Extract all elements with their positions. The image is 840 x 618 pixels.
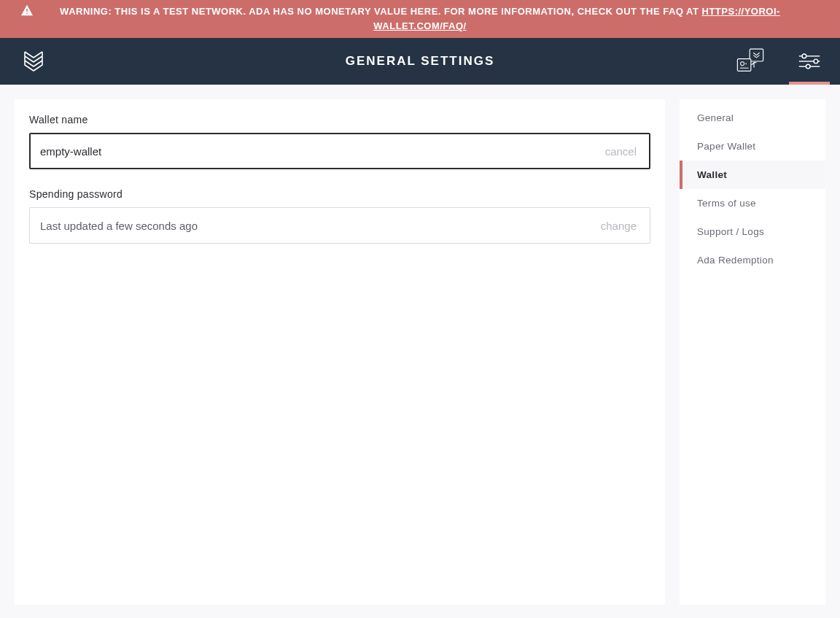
svg-point-7 — [802, 54, 806, 58]
svg-rect-1 — [26, 13, 27, 14]
svg-point-11 — [806, 65, 810, 69]
wallet-transfer-button[interactable] — [729, 38, 771, 85]
top-navigation: GENERAL SETTINGS — [0, 38, 840, 85]
settings-button[interactable] — [792, 38, 827, 85]
spending-password-status: Last updated a few seconds ago — [40, 220, 198, 232]
svg-point-9 — [814, 59, 818, 63]
page-title: GENERAL SETTINGS — [346, 54, 495, 69]
sidebar-item-ada-redemption[interactable]: Ada Redemption — [680, 246, 825, 274]
spending-password-group: Spending password Last updated a few sec… — [29, 188, 650, 244]
logo-button[interactable] — [18, 38, 50, 85]
settings-main-panel: Wallet name cancel Spending password Las… — [15, 99, 665, 605]
svg-rect-3 — [737, 59, 750, 72]
sidebar-item-wallet[interactable]: Wallet — [680, 161, 825, 189]
sidebar-item-terms-of-use[interactable]: Terms of use — [680, 189, 825, 217]
spending-password-field-box: Last updated a few seconds ago change — [29, 207, 650, 244]
wallet-name-field-box: cancel — [29, 133, 650, 169]
spending-password-change-link[interactable]: change — [601, 220, 637, 232]
wallet-name-cancel-link[interactable]: cancel — [605, 145, 637, 158]
settings-side-panel: General Paper Wallet Wallet Terms of use… — [680, 99, 825, 605]
sidebar-item-general[interactable]: General — [680, 104, 825, 132]
settings-sliders-icon — [798, 52, 821, 71]
warning-banner: WARNING: THIS IS A TEST NETWORK. ADA HAS… — [0, 0, 840, 38]
wallet-transfer-icon — [735, 47, 766, 75]
svg-rect-0 — [26, 9, 27, 12]
warning-icon — [20, 4, 34, 20]
warning-text: WARNING: THIS IS A TEST NETWORK. ADA HAS… — [60, 6, 701, 17]
wallet-name-label: Wallet name — [29, 114, 650, 125]
wallet-name-group: Wallet name cancel — [29, 114, 650, 169]
yoroi-logo-icon — [23, 49, 44, 74]
svg-point-5 — [745, 63, 747, 65]
settings-nav-list: General Paper Wallet Wallet Terms of use… — [680, 104, 825, 274]
sidebar-item-support-logs[interactable]: Support / Logs — [680, 217, 825, 246]
spending-password-label: Spending password — [29, 188, 650, 200]
wallet-name-input[interactable] — [40, 145, 605, 158]
sidebar-item-paper-wallet[interactable]: Paper Wallet — [680, 132, 825, 161]
